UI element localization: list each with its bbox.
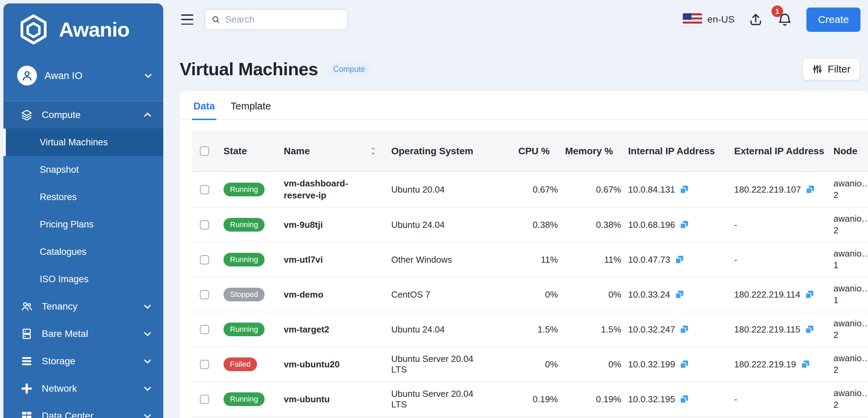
sidebar-item-pricing-plans[interactable]: Pricing Plans <box>3 211 163 238</box>
sidebar-item-storage[interactable]: Storage <box>3 348 163 375</box>
copy-icon[interactable] <box>674 254 685 265</box>
nav-label: Storage <box>42 356 75 367</box>
column-header-external-ip[interactable]: External IP Address <box>727 142 827 160</box>
org-switcher[interactable]: Awan IO <box>3 61 163 90</box>
chevron-down-icon <box>142 383 153 394</box>
cpu-cell: 0.19% <box>486 389 558 410</box>
name-cell[interactable]: vm-ubuntu <box>277 388 384 411</box>
state-cell: Stopped <box>217 282 277 307</box>
category-badge[interactable]: Compute <box>327 62 371 76</box>
sort-icons[interactable] <box>369 146 377 156</box>
server-icon <box>21 328 33 340</box>
submenu-label: Pricing Plans <box>40 219 94 230</box>
row-checkbox[interactable] <box>200 220 209 230</box>
row-select-cell <box>192 354 217 375</box>
sidebar-item-bare-metal[interactable]: Bare Metal <box>3 320 163 348</box>
column-header-cpu[interactable]: CPU % <box>486 142 558 160</box>
os-cell: Ubuntu Server 20.04 LTS <box>384 383 486 415</box>
memory-cell: 11% <box>558 249 621 271</box>
copy-icon[interactable] <box>804 289 815 300</box>
copy-icon[interactable] <box>679 324 689 335</box>
copy-icon[interactable] <box>679 184 689 195</box>
filter-label: Filter <box>828 63 851 75</box>
table-row: Running vm-ubuntu Ubuntu Server 20.04 LT… <box>192 382 868 417</box>
sidebar-item-data-center[interactable]: Data Center <box>3 402 163 418</box>
tab-template[interactable]: Template <box>229 101 272 119</box>
name-cell[interactable]: vm-ubuntu20 <box>277 353 384 376</box>
search-box[interactable] <box>204 9 348 30</box>
sidebar-item-compute[interactable]: Compute <box>3 101 163 129</box>
network-icon <box>21 382 33 395</box>
column-header-memory[interactable]: Memory % <box>558 142 621 160</box>
search-input[interactable] <box>225 14 341 25</box>
main: en-US 1 Create Virtual Machines Compu <box>163 0 868 418</box>
row-checkbox[interactable] <box>200 395 209 404</box>
select-all-cell <box>192 143 217 159</box>
notification-badge: 1 <box>771 5 783 17</box>
tab-data[interactable]: Data <box>192 101 216 120</box>
sidebar-item-iso-images[interactable]: ISO Images <box>3 265 163 293</box>
copy-icon[interactable] <box>674 289 685 300</box>
hamburger-menu-button[interactable] <box>181 14 193 25</box>
column-header-node[interactable]: Node <box>827 142 868 160</box>
node-cell: awanio… 2 <box>827 347 868 381</box>
internal-ip-value: 10.0.32.247 <box>628 324 675 335</box>
users-icon <box>21 300 33 313</box>
sort-down-icon <box>369 151 377 156</box>
topbar-actions: en-US 1 Create <box>682 8 860 32</box>
tabs: Data Template <box>180 91 868 120</box>
submenu-label: Virtual Machines <box>40 137 108 148</box>
filter-button[interactable]: Filter <box>803 58 860 80</box>
os-cell: Ubuntu 20.04 <box>384 179 486 200</box>
state-cell: Running <box>217 387 277 412</box>
external-ip-empty: - <box>734 254 737 265</box>
page-title: Virtual Machines <box>180 58 318 80</box>
row-checkbox[interactable] <box>200 185 209 194</box>
sidebar-item-tenancy[interactable]: Tenancy <box>3 293 163 320</box>
internal-ip-cell: 10.0.32.247 <box>621 319 727 340</box>
chevron-down-icon <box>142 410 153 418</box>
compute-submenu: Virtual Machines Snapshot Restores Prici… <box>3 129 163 293</box>
column-header-internal-ip[interactable]: Internal IP Address <box>621 142 727 160</box>
chevron-down-icon <box>142 301 153 312</box>
sidebar-item-restores[interactable]: Restores <box>3 183 163 211</box>
notifications-button[interactable]: 1 <box>777 12 793 27</box>
copy-icon[interactable] <box>679 359 689 369</box>
os-cell: Ubuntu 24.04 <box>384 214 486 236</box>
column-header-os[interactable]: Operating System <box>384 142 486 160</box>
locale-switcher[interactable]: en-US <box>682 13 735 26</box>
state-cell: Failed <box>217 352 277 377</box>
sidebar-item-snapshot[interactable]: Snapshot <box>3 156 163 183</box>
sidebar-item-network[interactable]: Network <box>3 375 163 402</box>
copy-icon[interactable] <box>804 324 815 335</box>
create-button[interactable]: Create <box>806 8 860 32</box>
name-cell[interactable]: vm-target2 <box>277 318 384 341</box>
column-header-name[interactable]: Name <box>277 142 384 160</box>
copy-icon[interactable] <box>805 184 815 195</box>
internal-ip-cell: 10.0.32.199 <box>621 354 727 375</box>
page-header: Virtual Machines Compute Filter <box>163 39 868 80</box>
external-ip-cell: - <box>727 214 827 236</box>
table-row: Failed vm-ubuntu20 Ubuntu Server 20.04 L… <box>192 347 868 382</box>
avatar <box>17 66 37 86</box>
copy-icon[interactable] <box>679 394 689 404</box>
brand[interactable]: Awanio <box>3 3 163 46</box>
column-header-state[interactable]: State <box>217 142 277 160</box>
copy-icon[interactable] <box>800 359 810 369</box>
name-cell[interactable]: vm-dashboard-reserve-ip <box>277 172 384 207</box>
table-row: Running vm-target2 Ubuntu 24.04 1.5% 1.5… <box>192 312 868 347</box>
name-cell[interactable]: vm-9u8tji <box>277 213 384 236</box>
sidebar-item-catalogues[interactable]: Catalogues <box>3 238 163 265</box>
vm-table: State Name Operating System CPU % Memory… <box>192 130 868 417</box>
sidebar-item-virtual-machines[interactable]: Virtual Machines <box>3 129 163 156</box>
row-checkbox[interactable] <box>200 255 209 264</box>
node-cell: awanio… 1 <box>827 277 868 312</box>
upload-button[interactable] <box>748 12 763 27</box>
name-cell[interactable]: vm-demo <box>277 283 384 306</box>
row-checkbox[interactable] <box>200 325 209 334</box>
copy-icon[interactable] <box>679 220 689 230</box>
select-all-checkbox[interactable] <box>200 146 209 156</box>
row-checkbox[interactable] <box>200 360 209 369</box>
name-cell[interactable]: vm-utl7vi <box>277 248 384 271</box>
row-checkbox[interactable] <box>200 290 209 299</box>
